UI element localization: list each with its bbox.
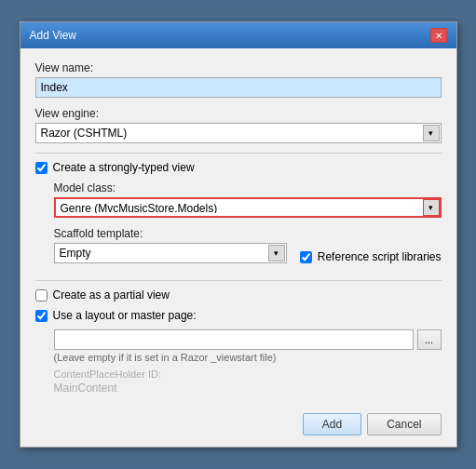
view-name-input[interactable] bbox=[35, 77, 442, 98]
add-button[interactable]: Add bbox=[303, 413, 361, 436]
scaffold-template-group: Scaffold template: Empty ▾ bbox=[54, 227, 287, 263]
partial-view-checkbox[interactable] bbox=[35, 289, 48, 302]
layout-input-row: ... bbox=[54, 329, 442, 350]
view-engine-label: View engine: bbox=[35, 107, 442, 120]
use-layout-label: Use a layout or master page: bbox=[53, 309, 197, 322]
layout-path-input[interactable] bbox=[54, 329, 414, 350]
partial-view-row: Create as a partial view bbox=[35, 288, 442, 302]
view-engine-select-wrapper: Razor (CSHTML) ▾ bbox=[35, 123, 442, 143]
divider-1 bbox=[35, 153, 442, 154]
add-view-dialog: Add View ✕ View name: View engine: Razor… bbox=[20, 21, 457, 448]
scaffold-row: Scaffold template: Empty ▾ Reference scr… bbox=[54, 227, 442, 273]
model-class-select[interactable]: Genre (MvcMusicStore.Models) bbox=[54, 197, 442, 218]
view-name-label: View name: bbox=[35, 61, 442, 74]
scaffold-template-label: Scaffold template: bbox=[54, 227, 287, 240]
model-class-label: Model class: bbox=[54, 181, 442, 194]
strongly-typed-content: Model class: Genre (MvcMusicStore.Models… bbox=[54, 181, 442, 273]
content-placeholder-label: ContentPlaceHolder ID: bbox=[54, 368, 442, 380]
close-button[interactable]: ✕ bbox=[430, 28, 447, 43]
title-bar: Add View ✕ bbox=[20, 22, 456, 48]
reference-scripts-label: Reference script libraries bbox=[318, 250, 442, 263]
browse-button[interactable]: ... bbox=[417, 329, 442, 350]
view-name-group: View name: bbox=[35, 61, 442, 98]
use-layout-row: Use a layout or master page: bbox=[35, 309, 442, 322]
cancel-button[interactable]: Cancel bbox=[367, 413, 441, 436]
view-engine-select[interactable]: Razor (CSHTML) bbox=[35, 123, 442, 143]
use-layout-checkbox[interactable] bbox=[35, 310, 48, 322]
partial-view-label: Create as a partial view bbox=[53, 288, 170, 302]
layout-hint: (Leave empty if it is set in a Razor _vi… bbox=[54, 352, 442, 363]
content-placeholder-value: MainContent bbox=[54, 382, 117, 395]
reference-scripts-row: Reference script libraries bbox=[300, 250, 442, 263]
strongly-typed-checkbox[interactable] bbox=[35, 162, 48, 174]
strongly-typed-row: Create a strongly-typed view bbox=[35, 161, 442, 174]
model-class-select-wrapper: Genre (MvcMusicStore.Models) ▾ bbox=[54, 197, 442, 218]
scaffold-select-wrapper: Empty ▾ bbox=[54, 243, 287, 263]
strongly-typed-label: Create a strongly-typed view bbox=[53, 161, 195, 174]
dialog-title: Add View bbox=[30, 29, 76, 42]
content-placeholder-group: ContentPlaceHolder ID: MainContent bbox=[54, 368, 442, 395]
model-class-group: Model class: Genre (MvcMusicStore.Models… bbox=[54, 181, 442, 218]
reference-scripts-checkbox[interactable] bbox=[300, 251, 312, 263]
divider-2 bbox=[35, 280, 442, 281]
dialog-body: View name: View engine: Razor (CSHTML) ▾… bbox=[20, 48, 456, 406]
view-engine-group: View engine: Razor (CSHTML) ▾ bbox=[35, 107, 442, 143]
dialog-footer: Add Cancel bbox=[20, 406, 456, 447]
layout-content: ... (Leave empty if it is set in a Razor… bbox=[54, 329, 442, 395]
scaffold-select[interactable]: Empty bbox=[54, 243, 287, 263]
